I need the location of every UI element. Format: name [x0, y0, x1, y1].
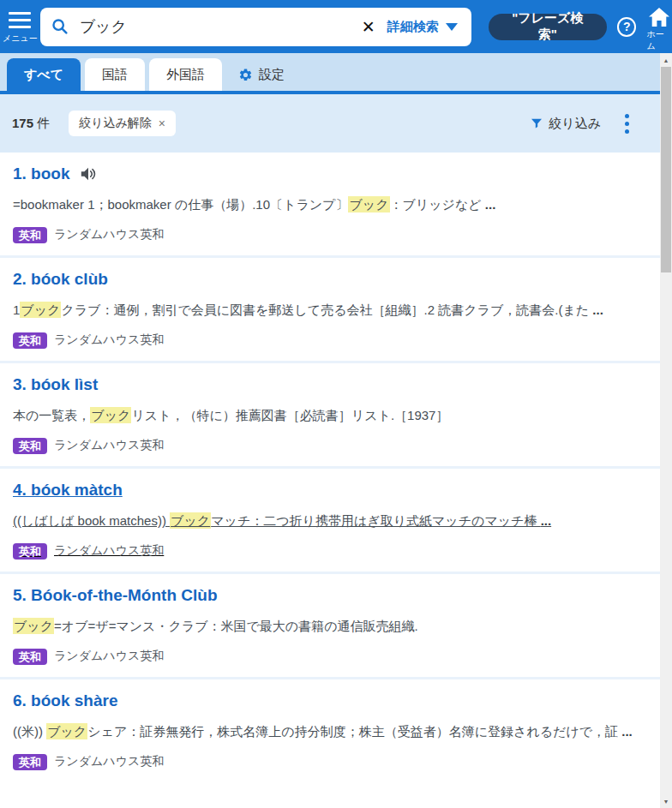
- result-title[interactable]: 2. bóok clùb: [13, 268, 108, 290]
- advanced-search-button[interactable]: 詳細検索: [387, 19, 463, 35]
- result-title[interactable]: 4. bóok màtch: [13, 479, 123, 501]
- result-card: 4. bóok màtch ((しばしば book matches)) ブックマ…: [0, 469, 672, 572]
- scroll-up-arrow[interactable]: ▲: [660, 53, 672, 67]
- dict-source: ランダムハウス英和: [54, 227, 164, 242]
- dict-source: ランダムハウス英和: [54, 754, 164, 769]
- result-body: 本の一覧表，ブックリスト，（特に）推薦図書［必読書］リスト.［1937］: [13, 403, 646, 428]
- search-icon: [51, 17, 69, 36]
- body-text: ((しばしば book matches)): [13, 513, 170, 528]
- search-input[interactable]: [80, 18, 357, 36]
- scroll-down-arrow[interactable]: ▼: [660, 794, 672, 808]
- highlight: ブック: [20, 302, 61, 318]
- home-icon: [647, 7, 671, 27]
- clear-filter-chip[interactable]: 絞り込み解除 ×: [69, 111, 176, 136]
- body-text: 本の一覧表，: [13, 408, 90, 422]
- result-title[interactable]: 3. bóok lìst: [13, 374, 98, 396]
- dict-badge: 英和: [13, 227, 47, 243]
- menu-button[interactable]: メニュー: [0, 12, 40, 45]
- body-text: マッチ：二つ折り携帯用はぎ取り式紙マッチのマッチ棒: [211, 513, 540, 528]
- highlight: ブック: [13, 618, 54, 634]
- body-text: シェア：証券無発行，株式名簿上の持分制度；株主（受益者）名簿に登録されるだけで，…: [87, 724, 621, 739]
- result-list: 1. book =bookmaker 1；bookmaker の仕事（場）.10…: [0, 153, 672, 782]
- body-text: リスト，（特に）推薦図書［必読書］リスト.［1937］: [131, 408, 448, 422]
- body-text: クラブ：通例，割引で会員に図書を郵送して売る会社［組織］.2 読書クラブ，読書会…: [61, 302, 592, 317]
- dict-source: ランダムハウス英和: [54, 332, 164, 348]
- filter-button[interactable]: 絞り込み: [530, 116, 601, 132]
- dict-badge: 英和: [13, 543, 47, 560]
- filter-label: 絞り込み: [549, 116, 601, 132]
- tab-all[interactable]: すべて: [7, 58, 81, 91]
- menu-label: メニュー: [3, 33, 38, 45]
- dict-badge: 英和: [13, 649, 47, 665]
- kebab-menu[interactable]: [621, 111, 633, 137]
- top-bar: メニュー ✕ 詳細検索 "フレーズ検索" ? ホーム: [0, 0, 672, 53]
- body-text: ...: [621, 724, 633, 739]
- clear-filter-label: 絞り込み解除: [79, 116, 152, 131]
- dict-source: ランダムハウス英和: [54, 543, 164, 559]
- body-text: ...: [592, 302, 603, 317]
- phrase-search-button[interactable]: "フレーズ検索": [489, 14, 607, 40]
- body-text: =オブ=ザ=マンス・クラブ：米国で最大の書籍の通信販売組織.: [54, 619, 418, 633]
- help-button[interactable]: ?: [617, 17, 636, 37]
- body-text: ...: [541, 513, 552, 528]
- result-title[interactable]: 5. Bóok-of-the-Mónth Clùb: [13, 584, 218, 607]
- result-title[interactable]: 1. book: [13, 163, 98, 185]
- home-label: ホーム: [646, 28, 672, 52]
- tab-kokugo[interactable]: 国語: [85, 58, 145, 91]
- highlight: ブック: [90, 407, 131, 423]
- result-title[interactable]: 6. bóok shàre: [13, 690, 118, 712]
- dict-source: ランダムハウス英和: [54, 649, 164, 664]
- result-body: ブック=オブ=ザ=マンス・クラブ：米国で最大の書籍の通信販売組織.: [13, 613, 646, 639]
- advanced-search-label: 詳細検索: [387, 19, 439, 35]
- result-card: 2. bóok clùb 1ブッククラブ：通例，割引で会員に図書を郵送して売る会…: [0, 258, 672, 361]
- body-text: ...: [485, 197, 496, 212]
- result-body: 1ブッククラブ：通例，割引で会員に図書を郵送して売る会社［組織］.2 読書クラブ…: [13, 297, 646, 323]
- highlight: ブック: [170, 512, 211, 529]
- source-row: 英和 ランダムハウス英和: [13, 330, 646, 350]
- body-text: ((米)): [13, 724, 46, 739]
- home-button[interactable]: ホーム: [646, 7, 672, 52]
- settings-tab[interactable]: 設定: [226, 58, 297, 91]
- search-box: ✕ 詳細検索: [40, 8, 471, 46]
- result-card: 5. Bóok-of-the-Mónth Clùb ブック=オブ=ザ=マンス・ク…: [0, 574, 672, 677]
- result-count: 175 件: [12, 116, 50, 132]
- filter-icon: [530, 117, 543, 130]
- highlight: ブック: [348, 196, 389, 212]
- clear-search-button[interactable]: ✕: [357, 17, 387, 37]
- result-body: ((米)) ブックシェア：証券無発行，株式名簿上の持分制度；株主（受益者）名簿に…: [13, 719, 646, 745]
- body-text: ：ブリッジなど: [390, 197, 485, 212]
- result-card: 3. bóok lìst 本の一覧表，ブックリスト，（特に）推薦図書［必読書］リ…: [0, 363, 672, 466]
- result-body: =bookmaker 1；bookmaker の仕事（場）.10〔トランプ〕ブッ…: [13, 192, 646, 218]
- result-card: 1. book =bookmaker 1；bookmaker の仕事（場）.10…: [0, 153, 672, 255]
- tab-bar: すべて国語外国語 設定: [0, 53, 672, 94]
- gear-icon: [238, 68, 253, 82]
- scroll-thumb[interactable]: [661, 67, 671, 272]
- source-row: 英和 ランダムハウス英和: [13, 541, 646, 561]
- settings-tab-label: 設定: [259, 67, 285, 83]
- source-row: 英和 ランダムハウス英和: [13, 646, 646, 667]
- hamburger-icon: [9, 12, 31, 28]
- body-text: =bookmaker 1；bookmaker の仕事（場）.10〔トランプ〕: [13, 197, 348, 212]
- result-body: ((しばしば book matches)) ブックマッチ：二つ折り携帯用はぎ取り…: [13, 508, 646, 534]
- source-row: 英和 ランダムハウス英和: [13, 224, 646, 245]
- tab-gaikokugo[interactable]: 外国語: [149, 58, 222, 91]
- result-card: 6. bóok shàre ((米)) ブックシェア：証券無発行，株式名簿上の持…: [0, 679, 672, 782]
- chevron-down-icon: [446, 23, 458, 31]
- dict-source: ランダムハウス英和: [54, 438, 164, 453]
- results-header: 175 件 絞り込み解除 × 絞り込み: [0, 94, 672, 153]
- source-row: 英和 ランダムハウス英和: [13, 435, 646, 456]
- dict-badge: 英和: [13, 754, 47, 770]
- dict-badge: 英和: [13, 438, 47, 454]
- chip-close-icon: ×: [159, 117, 165, 130]
- highlight: ブック: [46, 723, 87, 739]
- audio-icon[interactable]: [79, 165, 98, 183]
- help-icon: ?: [623, 20, 631, 33]
- source-row: 英和 ランダムハウス英和: [13, 751, 646, 772]
- scrollbar[interactable]: ▲ ▼: [660, 53, 672, 808]
- dict-badge: 英和: [13, 332, 47, 349]
